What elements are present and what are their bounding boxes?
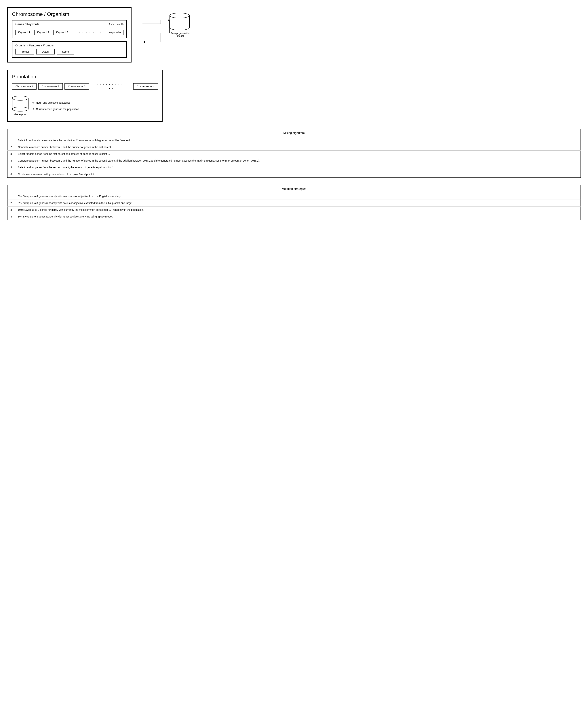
features-row: Prompt Output Score <box>15 49 124 55</box>
gene-pool-arrows: ➜ Noun and adjective databases ➜ Current… <box>32 101 79 111</box>
chromosomes-row: Chromosome 1 Chromosome 2 Chromosome 3 ·… <box>12 83 158 90</box>
organism-section: Chromosome / Organism Genes / Keywords 2… <box>7 7 581 62</box>
step-num: 6 <box>7 171 15 178</box>
keywords-dots: · · · · · · · · <box>72 30 104 35</box>
feature-prompt: Prompt <box>15 49 34 55</box>
organism-box: Chromosome / Organism Genes / Keywords 2… <box>7 7 131 62</box>
mixing-step-row: 6 Create a chromosome with genes selecte… <box>7 171 581 178</box>
step-text: 5%: Swap up to 4 genes randomly with any… <box>15 193 581 200</box>
arrow-icon-2: ➜ <box>32 107 35 111</box>
mixing-algorithm-table: Mixing algorithm 1 Select 2 random chrom… <box>7 129 581 178</box>
keyword-2: Keyword 2 <box>34 29 52 35</box>
population-title: Population <box>12 74 158 80</box>
mixing-title: Mixing algorithm <box>7 129 581 137</box>
features-box: Organism Features / Prompts Prompt Outpu… <box>12 41 127 58</box>
step-text: Generate a random number between 1 and t… <box>15 144 581 150</box>
prompt-model-cylinder: Prompt generation model <box>169 13 191 37</box>
organism-wrapper: Chromosome / Organism Genes / Keywords 2… <box>7 7 581 62</box>
organism-title: Chromosome / Organism <box>12 11 127 17</box>
genes-constraint: 2 <= n <= 16 <box>109 23 124 26</box>
mutation-step-row: 1 5%: Swap up to 4 genes randomly with a… <box>7 193 581 200</box>
step-num: 5 <box>7 164 15 171</box>
chromosome-2: Chromosome 2 <box>38 83 63 89</box>
mutation-step-row: 4 3%: Swap up to 3 genes randomly with i… <box>7 213 581 220</box>
step-num: 3 <box>7 150 15 157</box>
keyword-n: Keyword n <box>106 29 124 35</box>
step-num: 4 <box>7 157 15 164</box>
chromosome-1: Chromosome 1 <box>12 83 37 89</box>
genes-title: Genes / Keywords <box>15 23 39 26</box>
gene-pool-arrow-1: ➜ Noun and adjective databases <box>32 101 79 104</box>
genes-box: Genes / Keywords 2 <= n <= 16 Keyword 1 … <box>12 20 127 38</box>
gene-pool-arrow-2: ➜ Current active genes in the population <box>32 107 79 111</box>
gene-pool-area: Gene pool ➜ Noun and adjective databases… <box>12 96 158 116</box>
feature-score: Score <box>57 49 74 55</box>
mutation-step-row: 2 5%: Swap up to 3 genes randomly with n… <box>7 200 581 207</box>
step-num: 4 <box>7 213 15 220</box>
keywords-row: Keyword 1 Keyword 2 Keyword 3 · · · · · … <box>15 29 124 35</box>
gene-pool-text-1: Noun and adjective databases <box>36 101 70 104</box>
mutation-strategies-table: Mutation strategies 1 5%: Swap up to 4 g… <box>7 185 581 220</box>
arrow-icon-1: ➜ <box>32 101 35 104</box>
step-text: 10%: Swap up to 3 genes randomly with cu… <box>15 207 581 213</box>
gene-pool-text-2: Current active genes in the population <box>36 108 79 110</box>
mutation-step-row: 3 10%: Swap up to 3 genes randomly with … <box>7 207 581 213</box>
features-title: Organism Features / Prompts <box>15 44 124 47</box>
mixing-step-row: 3 Select random genes from the first par… <box>7 150 581 157</box>
step-text: Create a chromosome with genes selected … <box>15 171 581 178</box>
step-num: 3 <box>7 207 15 213</box>
keyword-3: Keyword 3 <box>53 29 71 35</box>
feature-output: Output <box>36 49 55 55</box>
prompt-model-label: Prompt generation model <box>169 32 191 37</box>
mixing-step-row: 4 Generate a random number between 1 and… <box>7 157 581 164</box>
chromosomes-dots: · · · · · · · · · · · · · · · · <box>91 83 131 90</box>
population-section: Population Chromosome 1 Chromosome 2 Chr… <box>7 70 581 122</box>
step-text: 5%: Swap up to 3 genes randomly with nou… <box>15 200 581 207</box>
gene-pool-label: Gene pool <box>15 113 26 116</box>
step-num: 1 <box>7 137 15 144</box>
chromosome-3: Chromosome 3 <box>64 83 89 89</box>
step-text: Generate a random number between 1 and t… <box>15 157 581 164</box>
mutation-title: Mutation strategies <box>7 185 581 193</box>
mixing-algorithm-section: Mixing algorithm 1 Select 2 random chrom… <box>7 129 581 178</box>
step-num: 2 <box>7 200 15 207</box>
step-text: 3%: Swap up to 3 genes randomly with its… <box>15 213 581 220</box>
mixing-step-row: 2 Generate a random number between 1 and… <box>7 144 581 150</box>
model-connector: Prompt generation model <box>143 17 190 53</box>
step-num: 1 <box>7 193 15 200</box>
step-text: Select random genes from the first paren… <box>15 150 581 157</box>
gene-pool-cylinder: Gene pool <box>12 96 28 116</box>
step-num: 2 <box>7 144 15 150</box>
chromosome-n: Chromosome n <box>133 83 158 89</box>
svg-marker-3 <box>168 19 169 21</box>
svg-marker-7 <box>143 41 145 43</box>
population-box: Population Chromosome 1 Chromosome 2 Chr… <box>7 70 163 122</box>
mutation-strategies-section: Mutation strategies 1 5%: Swap up to 4 g… <box>7 185 581 220</box>
mixing-step-row: 1 Select 2 random chromosome from the po… <box>7 137 581 144</box>
step-text: Select 2 random chromosome from the popu… <box>15 137 581 144</box>
step-text: Select random genes from the second pare… <box>15 164 581 171</box>
keyword-1: Keyword 1 <box>15 29 33 35</box>
mixing-step-row: 5 Select random genes from the second pa… <box>7 164 581 171</box>
